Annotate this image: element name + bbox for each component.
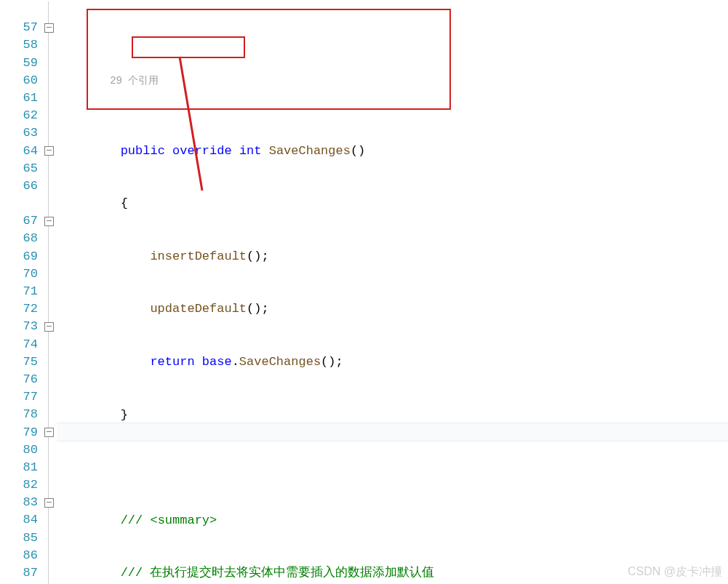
code-line[interactable]: }: [61, 407, 728, 424]
line-number: 79: [0, 424, 38, 441]
line-number: 60: [0, 72, 38, 89]
fold-toggle-icon[interactable]: [44, 23, 54, 33]
line-number: 65: [0, 160, 38, 177]
line-number: 62: [0, 107, 38, 124]
code-line[interactable]: return base.SaveChanges();: [61, 353, 728, 371]
fold-toggle-icon[interactable]: [44, 217, 54, 226]
line-number: 68: [0, 230, 38, 247]
line-number: 85: [0, 529, 38, 547]
line-number: 75: [0, 353, 38, 371]
codelens-spacer: [0, 195, 38, 212]
line-number: 74: [0, 336, 38, 353]
line-number: 76: [0, 371, 38, 388]
code-line[interactable]: /// 在执行提交时去将实体中需要插入的数据添加默认值: [61, 564, 728, 582]
code-editor[interactable]: 57 58 59 60 61 62 63 64 65 66 67 68 69 7…: [0, 0, 728, 584]
fold-toggle-icon[interactable]: [44, 322, 54, 332]
line-number: 81: [0, 459, 38, 476]
line-number: 82: [0, 476, 38, 494]
line-number: 72: [0, 300, 38, 318]
codelens-references[interactable]: 29 个引用: [61, 72, 728, 89]
code-line[interactable]: public override int SaveChanges(): [61, 143, 728, 160]
code-line[interactable]: {: [61, 195, 728, 212]
line-number: 58: [0, 36, 38, 54]
codelens-spacer: [0, 1, 38, 19]
line-number: 67: [0, 212, 38, 230]
line-number: 69: [0, 248, 38, 265]
current-line-highlight: [57, 423, 728, 441]
line-number: 66: [0, 177, 38, 195]
fold-gutter: [41, 0, 57, 584]
line-number: 73: [0, 318, 38, 335]
line-number: 57: [0, 19, 38, 36]
line-number: 77: [0, 388, 38, 406]
line-number: 61: [0, 89, 38, 107]
code-line[interactable]: [61, 459, 728, 476]
line-number: 80: [0, 441, 38, 459]
fold-toggle-icon[interactable]: [44, 428, 54, 437]
line-number: 70: [0, 265, 38, 283]
fold-toggle-icon[interactable]: [44, 146, 54, 156]
code-line[interactable]: /// <summary>: [61, 512, 728, 529]
code-area[interactable]: 29 个引用 public override int SaveChanges()…: [57, 0, 728, 584]
line-number: 86: [0, 547, 38, 564]
line-number: 78: [0, 406, 38, 423]
code-line[interactable]: insertDefault();: [61, 248, 728, 265]
line-number-gutter: 57 58 59 60 61 62 63 64 65 66 67 68 69 7…: [0, 0, 41, 584]
code-line[interactable]: updateDefault();: [61, 300, 728, 318]
line-number: 71: [0, 283, 38, 300]
line-number: 84: [0, 511, 38, 529]
line-number: 63: [0, 124, 38, 142]
fold-toggle-icon[interactable]: [44, 498, 54, 508]
line-number: 59: [0, 55, 38, 72]
line-number: 83: [0, 494, 38, 511]
line-number: 64: [0, 143, 38, 160]
line-number: 87: [0, 564, 38, 582]
